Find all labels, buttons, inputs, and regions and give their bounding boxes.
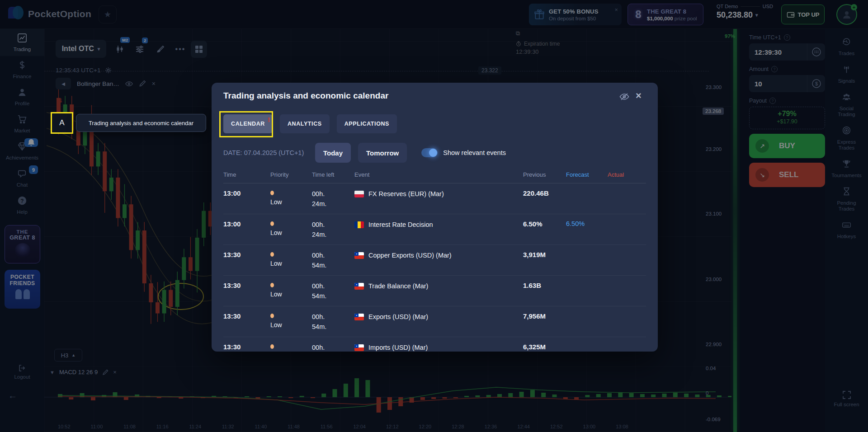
event-time: 13:30 bbox=[223, 337, 270, 352]
eye-off-icon[interactable] bbox=[619, 92, 629, 102]
previous-value: 3,919M bbox=[523, 245, 566, 275]
event-row[interactable]: 13:30Low00h.54m.Trade Balance (Mar)1.63B bbox=[223, 276, 646, 306]
column-header-priority: Priority bbox=[270, 171, 312, 178]
tab-applications[interactable]: APPLICATIONS bbox=[337, 114, 397, 133]
act-value bbox=[608, 183, 642, 214]
previous-value: 6.50% bbox=[523, 214, 566, 244]
act-value bbox=[608, 276, 642, 306]
close-icon[interactable]: × bbox=[636, 90, 642, 102]
forecast-value bbox=[566, 276, 608, 306]
event-row[interactable]: 13:00Low00h.24m.FX Reserves (EUR) (Mar)2… bbox=[223, 183, 646, 214]
event-name: Interest Rate Decision bbox=[368, 221, 433, 228]
event-time: 13:00 bbox=[223, 214, 270, 244]
forecast-value bbox=[566, 337, 608, 352]
previous-value: 6,325M bbox=[523, 337, 566, 352]
priority-label: Low bbox=[270, 260, 312, 267]
act-value bbox=[608, 214, 642, 244]
event-time: 13:30 bbox=[223, 306, 270, 337]
analysis-sidebar-button-highlighted[interactable]: A bbox=[51, 112, 73, 134]
column-header-time: Time bbox=[223, 171, 270, 178]
time-left: 00h.24m. bbox=[312, 214, 354, 244]
time-left: 00h.54m. bbox=[312, 276, 354, 306]
column-header-previous[interactable]: Previous bbox=[523, 171, 566, 178]
events-table: TimePriorityTime leftEventPreviousForeca… bbox=[223, 171, 646, 352]
priority-dot bbox=[270, 252, 274, 257]
previous-value: 7,956M bbox=[523, 306, 566, 337]
country-flag-icon bbox=[354, 314, 364, 320]
forecast-value bbox=[566, 306, 608, 337]
time-left: 00h.24m. bbox=[312, 183, 354, 214]
priority-dot bbox=[270, 221, 274, 226]
act-value bbox=[608, 337, 642, 352]
country-flag-icon bbox=[354, 191, 364, 197]
app-window: PocketOption ★ GET 50% BONUS On deposit … bbox=[0, 0, 868, 432]
act-value bbox=[608, 245, 642, 275]
today-button[interactable]: Today bbox=[315, 143, 351, 163]
priority-label: Low bbox=[270, 321, 312, 329]
date-label: DATE: 07.04.2025 (UTC+1) bbox=[223, 149, 315, 156]
event-row[interactable]: 13:30Low00h.54m.Exports (USD) (Mar)7,956… bbox=[223, 306, 646, 337]
event-name: FX Reserves (EUR) (Mar) bbox=[368, 190, 444, 197]
event-name: Copper Exports (USD) (Mar) bbox=[368, 252, 452, 259]
priority-dot bbox=[270, 191, 274, 195]
tab-analytics[interactable]: ANALYTICS bbox=[280, 114, 330, 133]
time-left: 00h.54m. bbox=[312, 245, 354, 275]
column-header-time-left: Time left bbox=[312, 171, 354, 178]
priority-dot bbox=[270, 314, 274, 318]
column-header-event: Event bbox=[354, 171, 523, 178]
event-time: 13:00 bbox=[223, 183, 270, 214]
previous-value: 220.46B bbox=[523, 183, 566, 214]
time-left: 00h. bbox=[312, 337, 354, 352]
priority-dot bbox=[270, 344, 274, 349]
calendar-tab-highlight bbox=[219, 111, 273, 137]
event-name: Trade Balance (Mar) bbox=[368, 282, 428, 290]
event-time: 13:30 bbox=[223, 276, 270, 306]
analysis-tooltip: Trading analysis and economic calendar bbox=[76, 114, 206, 132]
column-header-forecast[interactable]: Forecast bbox=[566, 171, 608, 178]
event-row[interactable]: 13:30Low00h.54m.Copper Exports (USD) (Ma… bbox=[223, 245, 646, 276]
country-flag-icon bbox=[354, 252, 364, 259]
modal-title: Trading analysis and economic calendar bbox=[223, 91, 388, 101]
country-flag-icon bbox=[354, 283, 364, 290]
toggle-label: Show relevant events bbox=[443, 149, 506, 156]
previous-value: 1.63B bbox=[523, 276, 566, 306]
priority-label: Low bbox=[270, 198, 312, 206]
event-row[interactable]: 13:00Low00h.24m.Interest Rate Decision6.… bbox=[223, 214, 646, 245]
time-left: 00h.54m. bbox=[312, 306, 354, 337]
column-header-actual[interactable]: Actual bbox=[608, 171, 642, 178]
priority-dot bbox=[270, 283, 274, 287]
table-header: TimePriorityTime leftEventPreviousForeca… bbox=[223, 171, 646, 183]
tomorrow-button[interactable]: Tomorrow bbox=[358, 143, 407, 163]
event-time: 13:30 bbox=[223, 245, 270, 275]
priority-label: Low bbox=[270, 291, 312, 298]
country-flag-icon bbox=[354, 344, 364, 351]
event-name: Exports (USD) (Mar) bbox=[368, 313, 428, 320]
forecast-value: 6.50% bbox=[566, 214, 608, 244]
country-flag-icon bbox=[354, 221, 364, 228]
forecast-value bbox=[566, 183, 608, 214]
event-name: Imports (USD) (Mar) bbox=[368, 344, 428, 351]
relevant-events-toggle[interactable] bbox=[421, 148, 438, 157]
economic-calendar-modal: Trading analysis and economic calendar ×… bbox=[212, 83, 658, 352]
event-row[interactable]: 13:30Low00h.Imports (USD) (Mar)6,325M bbox=[223, 337, 646, 352]
act-value bbox=[608, 306, 642, 337]
forecast-value bbox=[566, 245, 608, 275]
priority-label: Low bbox=[270, 229, 312, 236]
